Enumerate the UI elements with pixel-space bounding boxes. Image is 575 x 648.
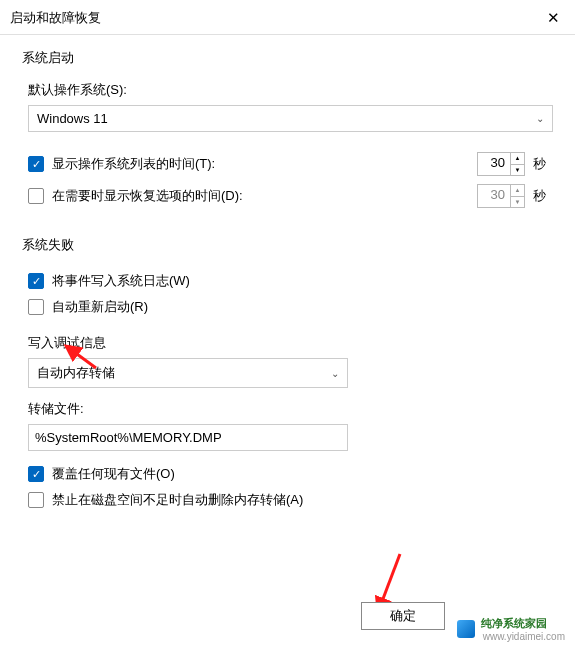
disable-auto-delete-label: 禁止在磁盘空间不足时自动删除内存转储(A) [52,491,303,509]
system-failure-title: 系统失败 [22,236,553,254]
overwrite-label: 覆盖任何现有文件(O) [52,465,175,483]
system-startup-title: 系统启动 [22,49,553,67]
show-os-list-checkbox[interactable]: ✓ [28,156,44,172]
check-icon: ✓ [32,159,41,170]
os-list-seconds-value: 30 [478,153,510,175]
show-recovery-row: 在需要时显示恢复选项的时间(D): 30 ▲ ▼ 秒 [28,180,553,212]
check-icon: ✓ [32,276,41,287]
os-list-seconds-spinner[interactable]: 30 ▲ ▼ [477,152,525,176]
watermark-logo-icon [457,620,475,638]
titlebar: 启动和故障恢复 ✕ [0,0,575,35]
overwrite-checkbox[interactable]: ✓ [28,466,44,482]
watermark-text1: 纯净系统家园 [481,616,565,631]
show-os-list-label: 显示操作系统列表的时间(T): [52,155,215,173]
watermark: 纯净系统家园 www.yidaimei.com [457,616,565,642]
debug-info-title: 写入调试信息 [28,334,553,352]
recovery-seconds-spinner: 30 ▲ ▼ [477,184,525,208]
spinner-down-icon: ▼ [511,197,524,208]
default-os-label: 默认操作系统(S): [28,81,553,99]
watermark-text2: www.yidaimei.com [483,631,565,642]
debug-info-select[interactable]: 自动内存转储 ⌄ [28,358,348,388]
button-row: 确定 [361,602,445,630]
debug-info-value: 自动内存转储 [37,364,115,382]
recovery-seconds-value: 30 [478,185,510,207]
write-log-checkbox[interactable]: ✓ [28,273,44,289]
window-title: 启动和故障恢复 [10,9,101,27]
system-startup-section: 系统启动 默认操作系统(S): Windows 11 ⌄ ✓ 显示操作系统列表的… [22,49,553,212]
spinner-down-icon[interactable]: ▼ [511,165,524,176]
seconds-unit: 秒 [533,155,553,173]
show-os-list-row: ✓ 显示操作系统列表的时间(T): 30 ▲ ▼ 秒 [28,148,553,180]
spinner-up-icon[interactable]: ▲ [511,153,524,165]
auto-restart-checkbox[interactable] [28,299,44,315]
dialog-content: 系统启动 默认操作系统(S): Windows 11 ⌄ ✓ 显示操作系统列表的… [0,35,575,547]
seconds-unit: 秒 [533,187,553,205]
dump-file-input[interactable] [28,424,348,451]
close-button[interactable]: ✕ [541,6,565,30]
show-recovery-label: 在需要时显示恢复选项的时间(D): [52,187,243,205]
chevron-down-icon: ⌄ [536,113,544,124]
default-os-value: Windows 11 [37,111,108,126]
default-os-select[interactable]: Windows 11 ⌄ [28,105,553,132]
auto-restart-label: 自动重新启动(R) [52,298,148,316]
close-icon: ✕ [547,9,560,27]
show-recovery-checkbox[interactable] [28,188,44,204]
ok-button[interactable]: 确定 [361,602,445,630]
spinner-up-icon: ▲ [511,185,524,197]
dump-file-label: 转储文件: [28,400,553,418]
write-log-label: 将事件写入系统日志(W) [52,272,190,290]
disable-auto-delete-checkbox[interactable] [28,492,44,508]
check-icon: ✓ [32,469,41,480]
system-failure-section: 系统失败 ✓ 将事件写入系统日志(W) 自动重新启动(R) 写入调试信息 自动内… [22,236,553,513]
chevron-down-icon: ⌄ [331,368,339,379]
